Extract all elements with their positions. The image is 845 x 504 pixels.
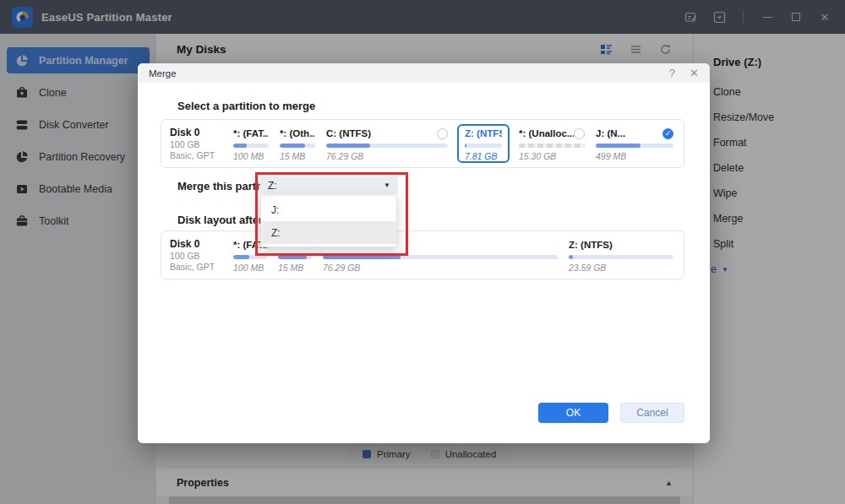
help-icon[interactable]: ? [669,68,675,79]
partition-size: 100 MB [233,151,269,161]
partition-size: 15 MB [278,263,312,273]
disk-capacity: 100 GB [170,251,224,261]
merge-target-dropdown[interactable]: Z: ▼ [260,176,398,194]
usage-bar [323,255,558,259]
partition-size: 15 MB [280,151,315,161]
disk-row-after-merge: Disk 0100 GBBasic, GPT*: (FAT...100 MB15… [161,230,684,279]
dropdown-option-list: J:Z: [260,195,397,247]
partition-size: 76.29 GB [323,263,558,273]
usage-bar [278,255,312,259]
partition-checkbox[interactable] [574,128,585,139]
unallocated-bar [519,144,585,148]
dropdown-option-j[interactable]: J: [261,198,396,221]
app-window: EaseUS Partition Master ✕ Partition Mana… [0,0,845,504]
partition-size: 499 MB [596,151,673,161]
partition-size: 76.29 GB [326,151,448,161]
disk-row-before-merge: Disk 0100 GBBasic, GPT*: (FAT...100 MB*:… [161,119,684,168]
disk-type: Basic, GPT [170,150,224,160]
partition-jn[interactable]: J: (N...✓499 MB [594,126,675,161]
partition-label: *: (Unalloc... [519,128,574,138]
partition-zntfs[interactable]: Z: (NTFS)23.59 GB [567,237,675,273]
select-partition-label: Select a partition to merge [177,100,315,112]
usage-bar [233,255,267,259]
partition-size: 7.81 GB [465,151,502,161]
disk-capacity: 100 GB [170,139,224,149]
cancel-button[interactable]: Cancel [620,403,684,423]
partition-unalloc[interactable]: *: (Unalloc...15.30 GB [517,126,586,161]
partition-label: Z: (NTFS) [465,128,502,138]
dialog-close-icon[interactable]: ✕ [690,68,699,79]
dialog-title: Merge [149,68,177,79]
partition-size: 100 MB [233,263,267,273]
partition-fat[interactable]: *: (FAT...100 MB [232,126,270,161]
usage-bar [280,144,315,148]
disk-info: Disk 0100 GBBasic, GPT [170,237,224,273]
disk-name: Disk 0 [170,238,224,250]
partition-cntfs[interactable]: C: (NTFS)76.29 GB [324,126,450,161]
partition-oth[interactable]: *: (Oth...15 MB [278,126,317,161]
merge-dialog: Merge ? ✕ Select a partition to merge Di… [138,63,710,443]
usage-bar [569,255,673,259]
partition-checkbox[interactable] [437,128,448,139]
disk-info: Disk 0100 GBBasic, GPT [170,126,224,161]
caret-down-icon: ▼ [384,182,390,189]
partition-label: J: (N... [596,128,625,138]
usage-bar [233,144,269,148]
partition-label: *: (Oth... [280,128,315,138]
partition-zntfs[interactable]: Z: (NTFS)7.81 GB [457,124,510,163]
partition-checkbox[interactable]: ✓ [662,128,673,139]
usage-bar [465,144,502,148]
partition-label: *: (FAT... [233,128,269,138]
partition-size: 15.30 GB [519,151,585,161]
ok-button[interactable]: OK [538,403,608,423]
dropdown-option-z[interactable]: Z: [261,221,396,244]
partition-label: Z: (NTFS) [569,240,613,250]
merge-dialog-header: Merge ? ✕ [138,63,710,83]
disk-type: Basic, GPT [170,262,224,272]
usage-bar [596,144,673,148]
disk-name: Disk 0 [170,127,224,138]
partition-label: C: (NTFS) [326,128,371,138]
dropdown-value: Z: [268,180,277,192]
partition-size: 23.59 GB [569,263,673,273]
usage-bar [326,144,448,148]
